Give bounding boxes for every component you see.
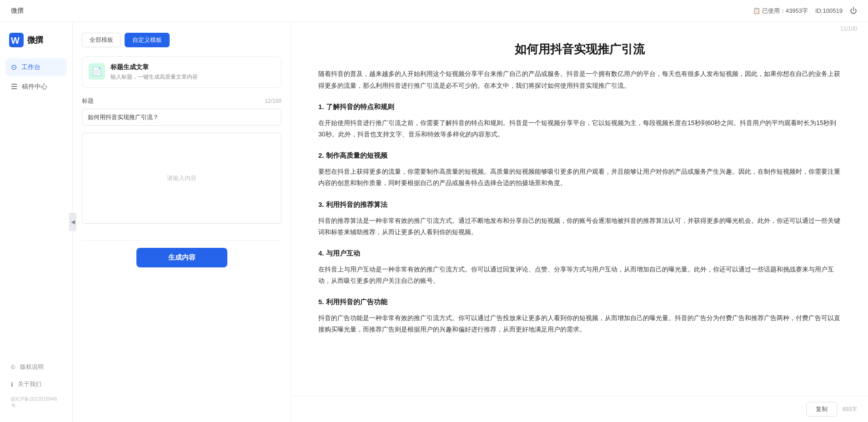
- topbar-right: 📋 已使用：43953字 ID:100519 ⏻: [753, 7, 857, 15]
- article-paragraph: 抖音的广告功能是一种非常有效的推广引流方式。你可以通过广告投放来让更多的人看到你…: [318, 312, 841, 335]
- article-section-title: 1. 了解抖音的特点和规则: [318, 100, 841, 113]
- sidebar-bottom: © 版权说明 ℹ 关于我们 皖ICP备2022018946号: [0, 359, 72, 415]
- copyright-label: 版权说明: [20, 363, 44, 371]
- sidebar-item-drafts[interactable]: ☰ 稿件中心: [5, 78, 67, 95]
- article-paragraph: 随着抖音的普及，越来越多的人开始利用这个短视频分享平台来推广自己的产品或服务。抖…: [318, 68, 841, 91]
- workbench-icon: ⊙: [11, 63, 17, 71]
- content-placeholder-area[interactable]: 请输入内容: [82, 133, 281, 224]
- id-info: ID:100519: [815, 7, 843, 14]
- article-section-title: 5. 利用抖音的广告功能: [318, 296, 841, 308]
- article-section-title: 4. 与用户互动: [318, 247, 841, 259]
- workbench-label: 工作台: [21, 63, 40, 71]
- left-panel: 全部模板 自定义模板 📄 标题生成文章 输入标题，一键生成高质量文章内容 标题 …: [73, 22, 291, 422]
- topbar-title: 微撰: [11, 7, 24, 15]
- article-content: 随着抖音的普及，越来越多的人开始利用这个短视频分享平台来推广自己的产品或服务。抖…: [291, 68, 868, 396]
- svg-text:W: W: [11, 35, 20, 45]
- power-icon[interactable]: ⏻: [850, 7, 857, 15]
- content-area: 全部模板 自定义模板 📄 标题生成文章 输入标题，一键生成高质量文章内容 标题 …: [73, 22, 868, 422]
- template-info: 标题生成文章 输入标题，一键生成高质量文章内容: [110, 63, 198, 81]
- right-panel: 11/100 如何用抖音实现推广引流 随着抖音的普及，越来越多的人开始利用这个短…: [291, 22, 868, 422]
- main-container: W 微撰 ⊙ 工作台 ☰ 稿件中心 © 版权说明 ℹ 关于我们 皖: [0, 22, 868, 422]
- template-card[interactable]: 📄 标题生成文章 输入标题，一键生成高质量文章内容: [82, 56, 281, 88]
- icp-text: 皖ICP备2022018946号: [5, 394, 67, 409]
- template-tabs: 全部模板 自定义模板: [82, 33, 281, 47]
- article-paragraph: 抖音的推荐算法是一种非常有效的推广引流方式。通过不断地发布和分享自己的短视频，你…: [318, 215, 841, 238]
- title-input[interactable]: [82, 109, 281, 126]
- template-card-icon: 📄: [89, 63, 105, 80]
- article-section-title: 2. 制作高质量的短视频: [318, 149, 841, 161]
- template-name: 标题生成文章: [110, 63, 198, 71]
- divider: [82, 240, 281, 241]
- document-icon: 📋: [753, 7, 760, 14]
- logo-text: 微撰: [27, 35, 43, 45]
- title-char-count: 12/100: [265, 98, 281, 104]
- logo-area: W 微撰: [0, 29, 72, 58]
- tab-all-templates[interactable]: 全部模板: [82, 33, 121, 47]
- about-icon: ℹ: [11, 381, 13, 388]
- sidebar: W 微撰 ⊙ 工作台 ☰ 稿件中心 © 版权说明 ℹ 关于我们 皖: [0, 22, 73, 422]
- sidebar-item-about[interactable]: ℹ 关于我们: [5, 377, 67, 392]
- sidebar-item-copyright[interactable]: © 版权说明: [5, 359, 67, 375]
- sidebar-item-workbench[interactable]: ⊙ 工作台: [5, 58, 67, 76]
- title-label-text: 标题: [82, 97, 94, 105]
- placeholder-text: 请输入内容: [167, 174, 196, 182]
- template-desc: 输入标题，一键生成高质量文章内容: [110, 73, 198, 81]
- usage-info: 📋 已使用：43953字: [753, 7, 808, 15]
- article-paragraph: 在开始使用抖音进行推广引流之前，你需要了解抖音的特点和规则。抖音是一个短视频分享…: [318, 117, 841, 140]
- about-label: 关于我们: [18, 380, 41, 388]
- copyright-icon: ©: [11, 364, 15, 371]
- article-paragraph: 在抖音上与用户互动是一种非常有效的推广引流方式。你可以通过回复评论、点赞、分享等…: [318, 264, 841, 286]
- tab-custom-templates[interactable]: 自定义模板: [125, 33, 170, 47]
- article-header: 11/100: [291, 22, 868, 32]
- word-count: 893字: [843, 406, 857, 413]
- page-count: 11/100: [840, 25, 857, 32]
- drafts-icon: ☰: [11, 82, 17, 91]
- article-paragraph: 要想在抖音上获得更多的流量，你需要制作高质量的短视频。高质量的短视频能够吸引更多…: [318, 166, 841, 189]
- article-section-title: 3. 利用抖音的推荐算法: [318, 198, 841, 211]
- topbar: 微撰 📋 已使用：43953字 ID:100519 ⏻: [0, 0, 868, 22]
- article-footer: 复制 893字: [291, 396, 868, 422]
- copy-button[interactable]: 复制: [806, 402, 837, 417]
- sidebar-collapse-button[interactable]: ◀: [69, 213, 76, 231]
- generate-button[interactable]: 生成内容: [136, 248, 227, 267]
- article-title: 如何用抖音实现推广引流: [291, 32, 868, 68]
- drafts-label: 稿件中心: [22, 83, 47, 91]
- sidebar-nav: ⊙ 工作台 ☰ 稿件中心: [0, 58, 72, 209]
- title-field-label: 标题 12/100: [82, 97, 281, 105]
- logo-icon: W: [9, 33, 24, 47]
